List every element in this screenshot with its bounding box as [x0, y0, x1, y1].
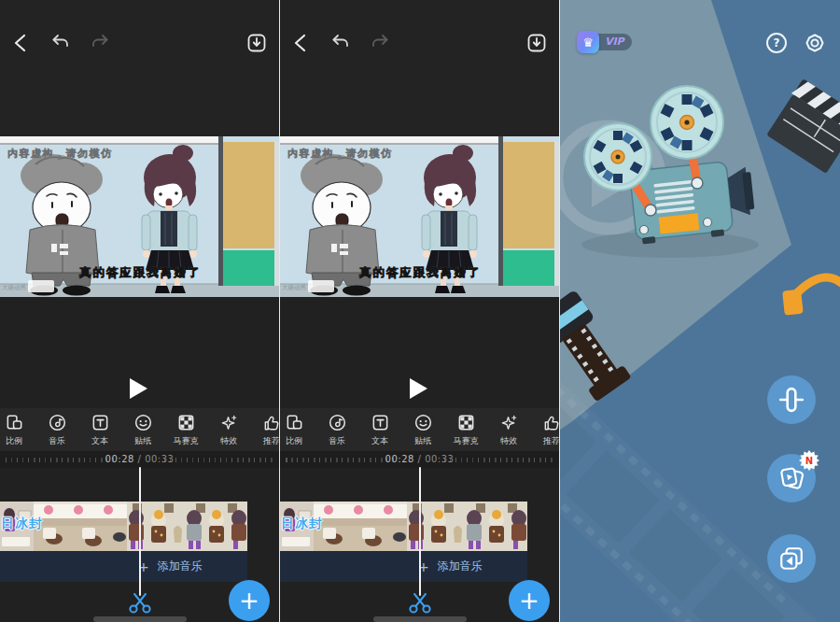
ratio-icon	[5, 413, 24, 432]
home-indicator	[373, 616, 467, 622]
play-button[interactable]	[130, 378, 147, 399]
tool-label: 推荐	[543, 435, 559, 447]
timeline-title-card: 日冰封	[1, 516, 43, 532]
editor-screen-left: 内容虚构，请勿模仿 真的答应跟我离婚了 大碗动画 比例 音乐 文本 贴纸 马赛克…	[0, 0, 279, 622]
playhead[interactable]	[139, 467, 141, 596]
text-icon	[91, 413, 110, 432]
help-glyph: ?	[774, 36, 780, 49]
tool-music[interactable]: 音乐	[315, 408, 358, 451]
add-clip-plus: +	[239, 587, 259, 615]
home-screen-panel: VIP ♛ ? N	[560, 0, 840, 622]
time-total: 00:33	[425, 454, 454, 464]
time-ruler[interactable]: 00:28 / 00:33	[0, 451, 279, 468]
add-music-bar[interactable]: + 添加音乐	[280, 551, 527, 582]
tool-label: 马赛克	[454, 435, 479, 447]
time-display: 00:28 / 00:33	[280, 454, 559, 464]
add-clip-plus: +	[519, 587, 539, 615]
time-current: 00:28	[385, 454, 414, 464]
new-badge: N	[799, 450, 819, 471]
tool-recommend[interactable]: 推荐	[530, 408, 559, 451]
back-icon[interactable]	[11, 33, 32, 53]
tool-ratio[interactable]: 比例	[0, 408, 35, 451]
text-icon	[371, 413, 390, 432]
tool-label: 音乐	[49, 435, 65, 447]
editor-toolbar: 比例 音乐 文本 贴纸 马赛克 特效 推荐	[0, 408, 279, 451]
help-button[interactable]: ?	[766, 33, 787, 53]
tool-text[interactable]: 文本	[78, 408, 121, 451]
mosaic-icon	[456, 413, 476, 432]
watermark-text: 大碗动画	[2, 284, 27, 291]
redo-icon[interactable]	[90, 33, 110, 53]
tool-sticker[interactable]: 贴纸	[401, 408, 444, 451]
tool-label: 特效	[500, 435, 517, 447]
video-preview[interactable]: 内容虚构，请勿模仿 真的答应跟我离婚了 大碗动画	[280, 136, 559, 297]
tool-label: 特效	[220, 435, 237, 447]
redo-icon[interactable]	[370, 33, 390, 53]
editor-screen-middle: 内容虚构，请勿模仿 真的答应跟我离婚了 大碗动画 比例 音乐 文本 贴纸 马赛克…	[280, 0, 559, 622]
export-icon[interactable]	[246, 33, 267, 53]
tool-label: 贴纸	[134, 435, 151, 447]
play-button[interactable]	[410, 378, 427, 399]
thumbs-up-icon	[542, 413, 560, 432]
split-scissors-button[interactable]	[406, 587, 434, 615]
tool-recommend[interactable]: 推荐	[250, 408, 279, 451]
templates-button[interactable]: N	[767, 454, 816, 502]
ratio-icon	[285, 413, 304, 432]
tool-label: 马赛克	[174, 435, 199, 447]
time-ruler[interactable]: 00:28 / 00:33	[280, 451, 559, 468]
film-reel-right	[651, 86, 723, 159]
video-preview[interactable]: 内容虚构，请勿模仿 真的答应跟我离婚了 大碗动画	[0, 136, 279, 297]
film-reel-left	[584, 123, 651, 191]
tool-ratio[interactable]: 比例	[280, 408, 315, 451]
subtitle-text: 真的答应跟我离婚了	[79, 265, 202, 279]
tool-text[interactable]: 文本	[358, 408, 401, 451]
drafts-button[interactable]	[767, 534, 816, 583]
thumbs-up-icon	[262, 413, 280, 432]
undo-icon[interactable]	[50, 33, 71, 53]
tool-music[interactable]: 音乐	[35, 408, 78, 451]
effects-icon	[499, 413, 519, 432]
tool-label: 文本	[91, 435, 108, 447]
tool-label: 文本	[371, 435, 388, 447]
vip-badge[interactable]: VIP ♛	[577, 31, 599, 53]
home-indicator	[93, 616, 187, 622]
editor-topbar	[0, 0, 279, 136]
back-icon[interactable]	[291, 33, 312, 53]
time-display: 00:28 / 00:33	[0, 454, 279, 464]
disclaimer-text: 内容虚构，请勿模仿	[7, 148, 113, 160]
projector-illustration	[560, 0, 840, 622]
tool-effects[interactable]: 特效	[487, 408, 530, 451]
sticker-icon	[133, 413, 153, 432]
time-separator: /	[138, 454, 142, 464]
sticker-icon	[413, 413, 433, 432]
mosaic-icon	[176, 413, 196, 432]
add-clip-button[interactable]: +	[509, 580, 550, 621]
undo-icon[interactable]	[330, 33, 351, 53]
tool-label: 比例	[6, 435, 22, 447]
add-clip-button[interactable]: +	[229, 580, 270, 621]
playhead[interactable]	[419, 467, 421, 596]
effects-icon	[219, 413, 239, 432]
new-badge-letter: N	[799, 450, 819, 471]
watermark-text: 大碗动画	[282, 284, 307, 291]
export-icon[interactable]	[526, 33, 547, 53]
tool-sticker[interactable]: 贴纸	[121, 408, 164, 451]
time-current: 00:28	[105, 454, 134, 464]
tool-mosaic[interactable]: 马赛克	[164, 408, 207, 451]
music-icon	[48, 413, 67, 432]
split-scissors-button[interactable]	[126, 587, 154, 615]
tool-effects[interactable]: 特效	[207, 408, 250, 451]
tool-label: 比例	[286, 435, 302, 447]
time-separator: /	[418, 454, 422, 464]
tool-mosaic[interactable]: 马赛克	[444, 408, 487, 451]
disclaimer-text: 内容虚构，请勿模仿	[287, 148, 393, 160]
tool-label: 贴纸	[414, 435, 431, 447]
music-icon	[328, 413, 347, 432]
settings-gear-icon[interactable]	[805, 33, 825, 53]
add-music-bar[interactable]: + 添加音乐	[0, 551, 247, 582]
time-total: 00:33	[145, 454, 174, 464]
clip-trim-icon	[778, 387, 805, 413]
stacked-clips-icon	[778, 545, 805, 572]
quick-edit-button[interactable]	[767, 375, 816, 424]
editor-topbar	[280, 0, 559, 136]
